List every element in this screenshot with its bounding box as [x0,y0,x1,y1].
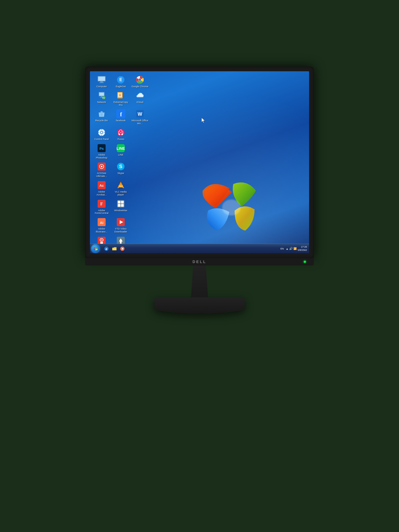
icon-row-2: PC Network X ExtremeCopy Pro [93,90,149,108]
svg-text:Ps: Ps [99,147,104,151]
line-icon: LINE [116,143,126,153]
recycle-label: Recycle Bin [95,119,108,122]
screen: Computer E EagleGet Google Chrome [90,71,309,253]
svg-text:Ai: Ai [100,221,103,225]
taskbar-date: 5/8/2562 [298,249,307,252]
taskbar-network-tray-icon[interactable]: 📶 [293,247,297,250]
desktop-icon-illustrator[interactable]: Ai Adobe Illustrator... [93,216,111,234]
svg-rect-56 [121,201,124,203]
fontscentral-label: Adobe FontsCentral [93,209,110,215]
power-led [304,261,306,263]
extremecopy-icon: X [116,91,126,100]
desktop-icon-chrome[interactable]: Google Chrome [131,74,149,89]
monitor-bottom-bar: DELL [85,258,314,265]
desktop-icon-controlpanel[interactable]: Control Panel [93,127,111,142]
icon-row-7: Ac Adobe Acrobat... VLC VLC media player [93,179,149,197]
svg-text:e: e [106,247,107,251]
desktop-icon-word[interactable]: W Microsoft Office Wo... [131,108,149,126]
desktop-icon-vlc[interactable]: VLC VLC media player [112,179,130,197]
desktop-icon-eagleget[interactable]: E EagleGet [112,74,130,89]
svg-text:W: W [138,111,142,117]
icon-row-9: Ai Adobe Illustrator... YTD Video Downlo… [93,216,149,234]
svg-point-33 [119,134,120,135]
mouse-cursor [202,118,206,122]
acrobat-label: Adobe Acrobat... [93,190,110,196]
svg-text:F: F [100,202,103,206]
svg-rect-69 [120,242,122,244]
svg-point-26 [101,132,102,133]
taskbar-right: EN ▲ 🔊 📶 17:26 5/8/2562 [280,246,308,252]
desktop-icon-computer[interactable]: Computer [93,74,111,89]
desktop-icons: Computer E EagleGet Google Chrome [93,74,149,253]
network-icon: PC [97,91,106,100]
itunes-icon [116,128,126,137]
monitor: Computer E EagleGet Google Chrome [85,66,314,434]
desktop-icon-skype[interactable]: S Skype [112,161,130,179]
desktop-icon-recycle[interactable]: Recycle Bin [93,108,111,126]
svg-point-0 [222,200,241,215]
svg-text:LINE: LINE [117,146,125,151]
windowmax-icon [116,199,126,209]
desktop-icon-extremecopy[interactable]: X ExtremeCopy Pro [112,90,130,108]
desktop-icon-windowmax[interactable]: WindowMax [112,198,130,216]
svg-rect-57 [118,204,120,207]
desktop-icon-acdsee[interactable]: ACDSee Ultimate... [93,161,111,179]
controlpanel-label: Control Panel [94,138,109,141]
recycle-icon [97,109,106,119]
taskbar-ie-icon[interactable]: e [103,245,110,252]
extremecopy-label: ExtremeCopy Pro [112,101,129,107]
windowmax-label: WindowMax [114,209,127,212]
svg-text:VLC: VLC [119,185,123,187]
desktop-icon-facebook[interactable]: f facebook [112,108,130,126]
ytdownload-icon [116,217,126,227]
svg-point-65 [101,239,102,240]
taskbar-volume-icon[interactable]: 🔊 [289,247,293,250]
skype-label: Skype [117,172,124,175]
acrobat-icon: Ac [97,180,106,190]
taskbar-arrow-icon[interactable]: ▲ [286,247,289,250]
skype-icon: S [116,162,126,171]
chrome-icon [135,75,145,85]
monitor-stand-neck [189,265,210,297]
svg-rect-58 [121,204,124,207]
desktop-icon-itunes[interactable]: iTunes [112,127,130,142]
icon-row-8: F Adobe FontsCentral WindowMax [93,198,149,216]
svg-rect-50 [119,188,123,188]
taskbar-folder-icon[interactable] [111,245,118,252]
illustrator-icon: Ai [97,217,106,227]
taskbar-system-icons: ▲ 🔊 📶 [286,247,297,250]
facebook-icon: f [116,109,126,119]
desktop-icon-fontscentral[interactable]: F Adobe FontsCentral [93,198,111,216]
icloud-icon [135,91,145,100]
vlc-icon: VLC [116,180,126,190]
desktop-icon-ytdownload[interactable]: YTD Video Downloader [112,216,130,234]
taskbar-language: EN [280,247,285,251]
svg-rect-3 [100,81,103,82]
svg-text:Ac: Ac [99,184,104,188]
desktop-icon-photoshop[interactable]: Ps Adobe Photoshop [93,142,111,160]
word-icon: W [135,109,145,119]
vlc-label: VLC media player [112,190,129,196]
desktop-icon-network[interactable]: PC Network [93,90,111,108]
icon-row-6: ACDSee Ultimate... S Skype [93,161,149,179]
acdsee-label: ACDSee Ultimate... [93,172,110,178]
desktop-icon-acrobat[interactable]: Ac Adobe Acrobat... [93,179,111,197]
taskbar: e EN ▲ 🔊 📶 [90,244,309,253]
taskbar-media-icon[interactable] [119,245,126,252]
eagleget-icon: E [116,75,126,85]
svg-rect-4 [99,82,104,83]
svg-point-43 [101,166,102,167]
icon-row-4: Control Panel iTunes [93,127,149,142]
itunes-label: iTunes [117,138,124,141]
line-label: LINE [118,153,123,156]
photoshop-icon: Ps [97,143,106,153]
facebook-label: facebook [116,119,126,122]
taskbar-clock[interactable]: 17:26 5/8/2562 [298,246,307,252]
desktop-icon-line[interactable]: LINE LINE [112,142,130,160]
start-button[interactable] [91,244,100,253]
desktop-icon-icloud[interactable]: iCloud [131,90,149,108]
fontscentral-icon: F [97,199,106,209]
monitor-bezel: Computer E EagleGet Google Chrome [85,66,314,258]
controlpanel-icon [97,128,106,137]
windows-logo [197,176,267,240]
